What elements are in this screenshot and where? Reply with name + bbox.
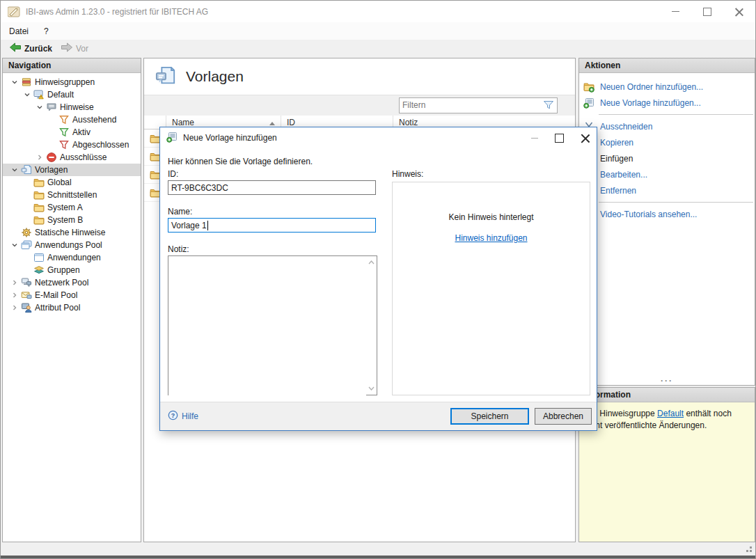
save-button[interactable]: Speichern — [450, 408, 529, 425]
funnel-red-icon — [58, 139, 71, 150]
tree-item-default[interactable]: Default — [3, 88, 141, 101]
chevron-right-icon[interactable] — [8, 279, 21, 286]
tree-item-system-a[interactable]: System A — [3, 201, 141, 214]
chevron-right-icon[interactable] — [8, 304, 21, 311]
action-label: Neue Vorlage hinzufügen... — [600, 98, 701, 108]
action-video-tutorials-ansehen[interactable]: Video-Tutorials ansehen... — [579, 206, 755, 222]
monitor-warning-icon — [33, 89, 46, 100]
folder-plus-icon — [583, 81, 596, 93]
help-link[interactable]: ? Hilfe — [168, 410, 198, 423]
template-plus-icon — [583, 97, 596, 109]
minimize-icon — [672, 11, 679, 12]
action-label: Ausschneiden — [600, 122, 652, 132]
funnel-green-icon — [58, 127, 71, 138]
hinweis-empty-text: Kein Hinweis hinterlegt — [393, 212, 590, 222]
default-group-link[interactable]: Default — [657, 409, 684, 418]
id-field[interactable]: RT-9BC6C3DC — [168, 180, 376, 195]
tree-item-label: Anwendungs Pool — [33, 240, 102, 250]
speech-icon — [46, 102, 58, 113]
tree-item-attribut-pool[interactable]: Attribut Pool — [3, 301, 141, 314]
cancel-button[interactable]: Abbrechen — [535, 408, 592, 425]
chevron-right-icon[interactable] — [8, 292, 21, 299]
back-button[interactable]: Zurück — [5, 41, 56, 56]
tree-item-ausschlüsse[interactable]: Ausschlüsse — [3, 151, 141, 164]
tree-item-label: Gruppen — [46, 265, 80, 275]
tree-item-ausstehend[interactable]: Ausstehend — [3, 113, 141, 126]
action-label: Neuen Ordner hinzufügen... — [600, 82, 703, 92]
layers-icon — [21, 77, 33, 88]
action-bearbeiten[interactable]: Bearbeiten... — [579, 166, 755, 182]
action-kopieren[interactable]: Kopieren — [579, 134, 755, 150]
information-panel: Information Die Hinweisgruppe Default en… — [578, 387, 755, 542]
tree-item-gruppen[interactable]: Gruppen — [3, 264, 141, 276]
tree-item-abgeschlossen[interactable]: Abgeschlossen — [3, 139, 141, 151]
window-title: IBI-aws Admin 1.23.0 - registriert für I… — [26, 7, 208, 17]
tree-item-anwendungen[interactable]: Anwendungen — [3, 251, 141, 264]
minimize-button[interactable] — [659, 1, 691, 22]
filter-funnel-icon[interactable] — [543, 100, 554, 112]
actions-list: Neuen Ordner hinzufügen...Neue Vorlage h… — [579, 73, 755, 222]
name-label: Name: — [168, 207, 192, 216]
funnel-orange-icon — [58, 114, 71, 125]
close-button[interactable] — [723, 1, 755, 22]
tree-item-label: Hinweise — [58, 102, 94, 112]
action-entfernen[interactable]: Entfernen — [579, 182, 755, 198]
tree-item-label: E-Mail Pool — [33, 290, 77, 300]
notiz-textarea[interactable] — [168, 256, 366, 396]
forward-button[interactable]: Vor — [56, 41, 93, 56]
tree-item-label: System B — [46, 215, 83, 225]
tree-item-anwendungs-pool[interactable]: Anwendungs Pool — [3, 239, 141, 251]
tree-item-aktiv[interactable]: Aktiv — [3, 126, 141, 139]
tree-item-schnittstellen[interactable]: Schnittstellen — [3, 189, 141, 201]
maximize-button[interactable] — [691, 1, 723, 22]
action-label: Kopieren — [600, 138, 633, 148]
app-logo-icon — [8, 6, 20, 17]
tree-item-statische-hinweise[interactable]: Statische Hinweise — [3, 226, 141, 239]
tree-item-hinweisgruppen[interactable]: Hinweisgruppen — [3, 76, 141, 88]
dialog-maximize-icon[interactable] — [555, 134, 564, 143]
resize-grip[interactable] — [750, 550, 752, 552]
chevron-down-icon[interactable] — [8, 242, 21, 249]
action-neuen-ordner-hinzufügen[interactable]: Neuen Ordner hinzufügen... — [579, 79, 755, 95]
scrollbar-down-icon[interactable] — [368, 385, 375, 392]
add-hinweis-link[interactable]: Hinweis hinzufügen — [455, 233, 527, 243]
chevron-down-icon[interactable] — [33, 104, 46, 111]
dialog-close-icon[interactable] — [581, 134, 590, 143]
page-title: Vorlagen — [186, 68, 244, 85]
chevron-down-icon[interactable] — [8, 166, 21, 173]
menu-item-datei[interactable]: Datei — [2, 26, 36, 36]
folder-icon — [33, 177, 46, 188]
tree-item-vorlagen[interactable]: Vorlagen — [3, 164, 141, 176]
dialog-minimize-icon[interactable] — [531, 138, 538, 139]
tree-item-netzwerk-pool[interactable]: Netzwerk Pool — [3, 276, 141, 289]
groups-icon — [33, 265, 46, 276]
tree-item-label: System A — [46, 203, 83, 212]
network-icon — [21, 277, 33, 288]
chevron-down-icon[interactable] — [8, 79, 21, 86]
action-ausschneiden[interactable]: Ausschneiden — [579, 118, 755, 134]
name-field[interactable]: Vorlage 1 — [168, 218, 376, 233]
hinweis-panel: Kein Hinweis hinterlegt Hinweis hinzufüg… — [392, 182, 590, 395]
action-neue-vorlage-hinzufügen[interactable]: Neue Vorlage hinzufügen... — [579, 95, 755, 111]
tree-item-label: Global — [46, 178, 72, 187]
splitter-handle[interactable]: ··· — [579, 378, 755, 384]
sort-ascending-icon — [269, 118, 275, 127]
tree-item-label: Netzwerk Pool — [33, 278, 88, 288]
tree-item-system-b[interactable]: System B — [3, 214, 141, 226]
tree-item-hinweise[interactable]: Hinweise — [3, 101, 141, 113]
hinweis-label: Hinweis: — [392, 169, 423, 179]
chevron-right-icon[interactable] — [33, 154, 46, 161]
action-label: Video-Tutorials ansehen... — [600, 210, 697, 219]
filter-input[interactable] — [400, 98, 542, 111]
person-icon — [21, 302, 33, 313]
tree-item-e-mail-pool[interactable]: E-Mail Pool — [3, 289, 141, 301]
minus-circle-icon — [46, 152, 58, 163]
chevron-down-icon[interactable] — [21, 91, 33, 98]
window-bottom-edge — [1, 556, 755, 558]
dialog-title: Neue Vorlage hinzufügen — [183, 133, 277, 143]
right-panel: Aktionen Neuen Ordner hinzufügen...Neue … — [578, 58, 755, 542]
filter-input-wrap — [399, 97, 558, 113]
menu-item-help[interactable]: ? — [37, 26, 56, 36]
tree-item-global[interactable]: Global — [3, 176, 141, 189]
scrollbar-up-icon[interactable] — [368, 259, 375, 266]
